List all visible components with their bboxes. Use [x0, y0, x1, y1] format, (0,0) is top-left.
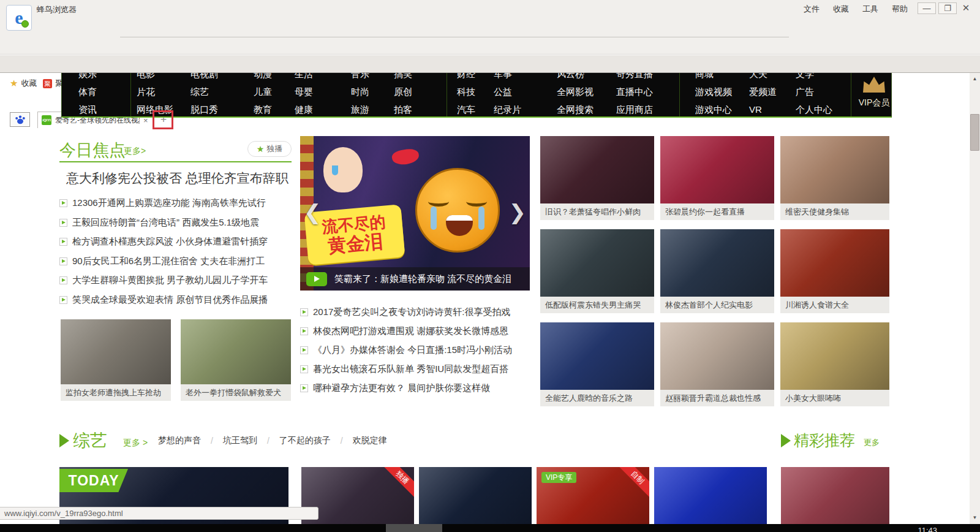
- grid-card[interactable]: 小美女大眼咘咘: [780, 322, 889, 406]
- focus-headline[interactable]: 意大利修宪公投被否 总理伦齐宣布辞职: [66, 170, 293, 187]
- play-icon: [300, 327, 308, 335]
- taskbar[interactable]: 11:43: [0, 524, 980, 532]
- variety-card[interactable]: VIP专享 自制: [537, 467, 649, 532]
- grid-card[interactable]: 川湘诱人食谱大全: [780, 229, 889, 313]
- nav-col-4: 动漫儿童教育: [254, 73, 272, 118]
- nav-col-11: 奇秀直播直播中心应用商店: [616, 73, 653, 118]
- crying-emoji-graphic: [415, 168, 500, 253]
- focus-news-item[interactable]: 12306开通网上购票选座功能 海南高铁率先试行: [59, 197, 296, 209]
- play-icon: [59, 238, 67, 246]
- vip-badge: VIP专享: [541, 472, 576, 483]
- recommend-more-link[interactable]: 更多: [864, 437, 880, 448]
- video-thumbnail: [780, 229, 889, 297]
- grid-card[interactable]: 赵丽颖晋升霸道总裁也性感: [660, 322, 774, 406]
- variety-more-link[interactable]: 更多 >: [123, 438, 148, 449]
- video-thumbnail: [780, 136, 889, 203]
- featured-carousel[interactable]: 流不尽的 黄金泪 ❮ ❯ 笑霸来了：新娘遭轮番亲吻 流不尽的黄金泪: [300, 136, 530, 291]
- nav-col-9: 军事公益纪录片: [494, 73, 521, 118]
- taskbar-clock[interactable]: 11:43: [918, 526, 937, 532]
- grid-card[interactable]: 全能艺人鹿晗的音乐之路: [540, 322, 654, 406]
- focus-news-item[interactable]: 大学生群聊斗黄图挨批 男子教幼儿园儿子学开车: [59, 275, 296, 286]
- variety-tag[interactable]: 欢脱定律: [353, 435, 387, 446]
- taskbar-app-block[interactable]: [386, 524, 442, 532]
- nav-col-5: 生活母婴健康: [295, 73, 313, 118]
- baby-face-graphic: [323, 147, 363, 192]
- video-thumbnail: [654, 467, 767, 532]
- iqiyi-favicon: iQIYI: [42, 115, 51, 125]
- maximize-button[interactable]: ❐: [938, 2, 957, 14]
- carousel-news-item[interactable]: 林俊杰网吧打游戏遭围观 谢娜获奖发长微博感恩: [300, 325, 537, 337]
- play-icon: [59, 199, 67, 207]
- video-thumbnail: [660, 136, 774, 203]
- carousel-caption: 笑霸来了：新娘遭轮番亲吻 流不尽的黄金泪: [334, 273, 511, 285]
- menu-file[interactable]: 文件: [804, 4, 820, 15]
- video-thumbnail: [540, 229, 654, 297]
- variety-featured-card[interactable]: TODAY: [59, 467, 288, 532]
- carousel-news-item[interactable]: 暮光女出镜滚石乐队新单 秀智IU同款发型超百搭: [300, 363, 537, 375]
- today-badge: TODAY: [59, 469, 128, 492]
- variety-tag[interactable]: 坑王驾到: [223, 435, 257, 446]
- menu-help[interactable]: 帮助: [892, 4, 908, 15]
- variety-tags: 梦想的声音/ 坑王驾到/ 了不起的孩子/ 欢脱定律: [158, 435, 387, 446]
- recommend-card[interactable]: [781, 467, 889, 532]
- scroll-down-icon[interactable]: ▼: [970, 513, 980, 523]
- focus-divider: [59, 161, 292, 162]
- variety-card[interactable]: [419, 467, 532, 532]
- variety-tag[interactable]: 了不起的孩子: [279, 435, 331, 446]
- grid-card[interactable]: 张碧晨约你一起看直播: [660, 136, 774, 220]
- browser-logo: e: [6, 5, 32, 31]
- minimize-button[interactable]: —: [918, 2, 936, 14]
- focus-thumb-card[interactable]: 老外一拳打懵袋鼠解救爱犬: [181, 319, 291, 401]
- video-thumbnail: [419, 467, 532, 532]
- focus-thumb-card[interactable]: 监拍女老师遭拖拽上车抢劫: [61, 319, 171, 401]
- video-thumbnail: [61, 319, 171, 384]
- nav-col-3: 电视剧综艺脱口秀: [190, 73, 218, 118]
- variety-card[interactable]: [654, 467, 767, 532]
- variety-card[interactable]: 独播: [301, 467, 414, 532]
- play-button[interactable]: [306, 272, 327, 286]
- video-thumbnail: [660, 229, 774, 297]
- close-button[interactable]: ✕: [957, 2, 975, 14]
- scrollbar-thumb[interactable]: [970, 114, 979, 151]
- carousel-prev-icon[interactable]: ❮: [304, 200, 322, 224]
- play-icon: [300, 346, 308, 354]
- focus-more-link[interactable]: 更多>: [124, 146, 146, 157]
- grid-card[interactable]: 旧识？老萧猛夸唱作小鲜肉: [540, 136, 654, 220]
- vip-member-link[interactable]: VIP会员: [856, 73, 892, 118]
- scroll-up-icon[interactable]: ▲: [970, 74, 980, 84]
- nav-col-8: 财经科技汽车: [457, 73, 475, 118]
- lips-graphic: [391, 148, 420, 166]
- scrollbar[interactable]: ▲ ▼: [970, 73, 980, 524]
- variety-tag[interactable]: 梦想的声音: [158, 435, 201, 446]
- variety-title: 综艺: [73, 429, 107, 452]
- video-caption: 小美女大眼咘咘: [780, 390, 889, 406]
- menu-favorites[interactable]: 收藏: [833, 4, 849, 15]
- video-caption: 张碧晨约你一起看直播: [660, 203, 774, 220]
- carousel-news-item[interactable]: 哪种避孕方法更有效？ 晨间护肤你要这样做: [300, 382, 537, 394]
- juhuasuan-icon: 聚: [43, 79, 52, 88]
- menu-tools[interactable]: 工具: [862, 4, 878, 15]
- menubar: 文件 收藏 工具 帮助: [804, 4, 908, 15]
- video-caption: 川湘诱人食谱大全: [780, 297, 889, 313]
- exclusive-badge[interactable]: ★ 独播: [247, 141, 292, 157]
- grid-card[interactable]: 林俊杰首部个人纪实电影: [660, 229, 774, 313]
- nav-col-1: 娱乐体育资讯: [78, 73, 97, 118]
- recommend-title: 精彩推荐: [794, 430, 855, 450]
- site-nav-menu: 娱乐体育资讯 电影片花网络电影 电视剧综艺脱口秀 动漫儿童教育 生活母婴健康 音…: [61, 73, 892, 118]
- focus-news-item[interactable]: 笑哭成全球最受欢迎表情 原创节目优秀作品展播: [59, 294, 296, 306]
- carousel-caption-bar: 笑霸来了：新娘遭轮番亲吻 流不尽的黄金泪: [300, 267, 530, 291]
- carousel-next-icon[interactable]: ❯: [509, 200, 527, 224]
- nav-col-12: 商城游戏视频游戏中心: [695, 73, 732, 118]
- carousel-news-item[interactable]: 《八月》办媒体答谢会 今日直播:15时冯小刚活动: [300, 344, 537, 356]
- bookmark-favorites[interactable]: ★ 收藏: [10, 78, 37, 89]
- video-caption: 老外一拳打懵袋鼠解救爱犬: [181, 384, 291, 401]
- focus-news-item[interactable]: 90后女民工和6名男工混住宿舍 丈夫在非洲打工: [59, 256, 296, 267]
- section-arrow-icon: [781, 434, 791, 447]
- bookmarks-bar: ★ 收藏 聚 聚划算 淘 爱淘宝 JD 京东 ▶ 360影视 ✔ Hao123 …: [0, 37, 980, 55]
- focus-news-item[interactable]: 王毅回应特朗普“台湾电话” 西藏发生5.1级地震: [59, 217, 296, 229]
- home-tab-button[interactable]: [10, 112, 30, 127]
- grid-card[interactable]: 低配版柯震东错失男主痛哭: [540, 229, 654, 313]
- grid-card[interactable]: 维密天使健身集锦: [780, 136, 889, 220]
- focus-news-item[interactable]: 检方调查朴槿惠失踪风波 小伙身体遭避雷针插穿: [59, 236, 296, 248]
- carousel-news-item[interactable]: 2017爱奇艺尖叫之夜专访刘诗诗黄轩:很享受拍戏: [300, 306, 537, 318]
